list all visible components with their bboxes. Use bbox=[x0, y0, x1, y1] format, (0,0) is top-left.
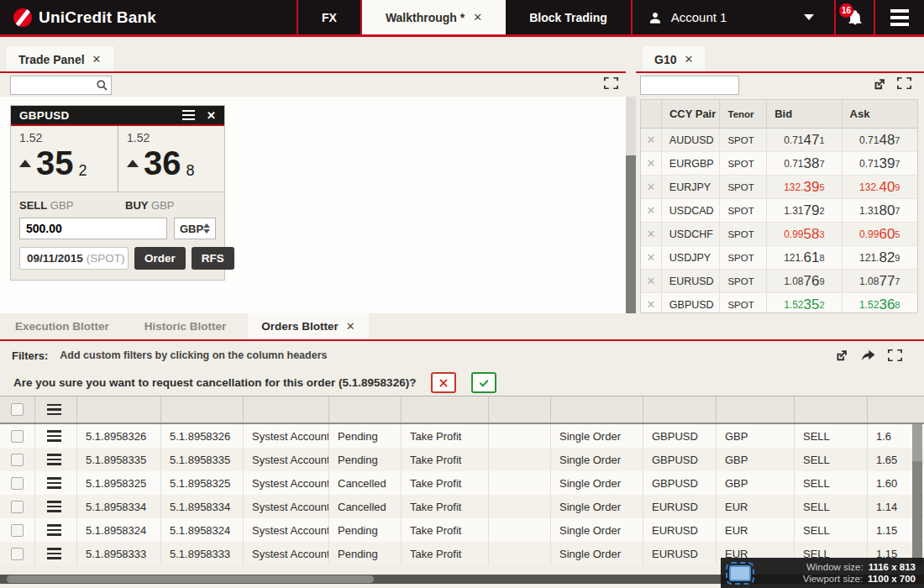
row-select-cell[interactable] bbox=[0, 518, 35, 542]
orders-column-header[interactable] bbox=[161, 396, 244, 423]
row-menu-icon[interactable] bbox=[47, 454, 61, 465]
bid-cell[interactable]: 1.31792 bbox=[767, 199, 842, 222]
tab-trade-panel[interactable]: Trade Panel ✕ bbox=[7, 46, 113, 72]
tab-historic-blotter[interactable]: Historic Blotter bbox=[131, 313, 240, 339]
rates-search-input[interactable] bbox=[640, 76, 739, 95]
fullscreen-icon[interactable] bbox=[604, 77, 618, 89]
remove-pair-icon[interactable]: ✕ bbox=[641, 176, 662, 198]
ask-cell[interactable]: 0.71487 bbox=[843, 129, 917, 151]
popout-icon[interactable] bbox=[872, 77, 886, 92]
settlement-date-field[interactable]: 09/11/2015 (SPOT) bbox=[19, 247, 129, 270]
remove-pair-icon[interactable]: ✕ bbox=[641, 246, 662, 269]
ask-cell[interactable]: 121.829 bbox=[843, 246, 917, 269]
row-select-cell[interactable] bbox=[0, 424, 35, 448]
rates-row[interactable]: ✕GBPUSDSPOT1.523521.52368 bbox=[641, 293, 917, 313]
ask-cell[interactable]: 0.99605 bbox=[843, 223, 917, 245]
bid-cell[interactable]: 0.99583 bbox=[767, 223, 842, 245]
tab-fx[interactable]: FX bbox=[298, 0, 360, 34]
header-row-menu[interactable] bbox=[35, 396, 77, 423]
row-menu-icon[interactable] bbox=[47, 404, 61, 416]
widget-menu-icon[interactable] bbox=[182, 110, 195, 121]
row-menu-icon[interactable] bbox=[47, 501, 61, 512]
ask-cell[interactable]: 0.71397 bbox=[843, 152, 917, 175]
tab-block-trading[interactable]: Block Trading bbox=[506, 0, 631, 34]
buy-price-tile[interactable]: 1.52 36 8 bbox=[118, 126, 224, 192]
row-menu-cell[interactable] bbox=[35, 448, 77, 471]
stepper-icon[interactable] bbox=[203, 223, 210, 234]
main-menu-button[interactable] bbox=[875, 0, 924, 34]
bid-cell[interactable]: 132.395 bbox=[767, 176, 842, 198]
reject-cancellation-button[interactable] bbox=[431, 372, 456, 393]
header-ccy-pair[interactable]: CCY Pair bbox=[662, 100, 721, 128]
rates-row[interactable]: ✕EURJPYSPOT132.395132.409 bbox=[641, 176, 917, 199]
panel-vertical-scrollbar[interactable] bbox=[626, 97, 636, 313]
orders-column-header[interactable] bbox=[402, 396, 489, 423]
row-menu-cell[interactable] bbox=[35, 471, 77, 495]
close-icon[interactable]: ✕ bbox=[92, 53, 102, 66]
remove-pair-icon[interactable]: ✕ bbox=[641, 270, 662, 292]
close-icon[interactable]: ✕ bbox=[684, 53, 693, 66]
remove-pair-icon[interactable]: ✕ bbox=[641, 223, 662, 245]
ask-cell[interactable]: 1.52368 bbox=[843, 293, 917, 313]
rates-row[interactable]: ✕EURUSDSPOT1.087691.08777 bbox=[641, 270, 917, 293]
orders-column-header[interactable] bbox=[489, 396, 551, 423]
confirm-cancellation-button[interactable] bbox=[471, 372, 496, 393]
orders-column-header[interactable] bbox=[77, 396, 161, 423]
tab-execution-blotter[interactable]: Execution Blotter bbox=[2, 313, 123, 339]
orders-column-header[interactable] bbox=[329, 396, 402, 423]
order-row[interactable]: 5.1.89583345.1.8958334Systest Account 1C… bbox=[0, 495, 924, 518]
order-row[interactable]: 5.1.89583255.1.8958325Systest Account 1C… bbox=[0, 471, 924, 495]
remove-pair-icon[interactable]: ✕ bbox=[641, 129, 662, 151]
bid-cell[interactable]: 1.52352 bbox=[767, 293, 842, 313]
scrollbar-thumb[interactable] bbox=[912, 424, 922, 461]
rates-row[interactable]: ✕USDCHFSPOT0.995830.99605 bbox=[641, 223, 917, 246]
header-tenor[interactable]: Tenor bbox=[720, 100, 767, 128]
row-select-cell[interactable] bbox=[0, 542, 35, 565]
row-menu-icon[interactable] bbox=[47, 548, 61, 559]
popout-icon[interactable] bbox=[834, 349, 848, 363]
row-select-cell[interactable] bbox=[0, 495, 35, 518]
currency-select[interactable]: GBP bbox=[174, 218, 216, 239]
row-checkbox[interactable] bbox=[11, 430, 24, 443]
share-icon[interactable] bbox=[860, 349, 876, 362]
close-icon[interactable]: ✕ bbox=[346, 320, 355, 333]
rates-row[interactable]: ✕EURGBPSPOT0.713870.71397 bbox=[641, 152, 917, 176]
ask-cell[interactable]: 1.31807 bbox=[843, 199, 917, 222]
orders-column-header[interactable] bbox=[868, 396, 924, 423]
orders-column-header[interactable] bbox=[795, 396, 868, 423]
notifications-button[interactable]: 16 bbox=[836, 0, 874, 34]
tab-orders-blotter[interactable]: Orders Blotter ✕ bbox=[248, 313, 368, 339]
row-menu-icon[interactable] bbox=[47, 524, 61, 536]
rates-row[interactable]: ✕USDCADSPOT1.317921.31807 bbox=[641, 199, 917, 223]
ask-cell[interactable]: 132.409 bbox=[843, 176, 917, 198]
row-menu-cell[interactable] bbox=[35, 495, 77, 518]
order-row[interactable]: 5.1.89583265.1.8958326Systest Account 1P… bbox=[0, 424, 924, 448]
row-checkbox[interactable] bbox=[11, 548, 24, 560]
remove-pair-icon[interactable]: ✕ bbox=[641, 199, 662, 222]
orders-column-header[interactable] bbox=[643, 396, 717, 423]
rates-row[interactable]: ✕USDJPYSPOT121.618121.829 bbox=[641, 246, 917, 270]
row-checkbox[interactable] bbox=[11, 524, 24, 537]
scrollbar-thumb[interactable] bbox=[7, 575, 374, 583]
account-selector[interactable]: Account 1 bbox=[633, 0, 834, 34]
header-select-all[interactable] bbox=[0, 396, 35, 423]
orders-column-header[interactable] bbox=[244, 396, 329, 423]
remove-pair-icon[interactable]: ✕ bbox=[641, 293, 662, 313]
sell-price-tile[interactable]: 1.52 35 2 bbox=[11, 126, 118, 192]
close-icon[interactable]: ✕ bbox=[473, 11, 482, 24]
widget-close-icon[interactable]: ✕ bbox=[207, 109, 216, 122]
header-bid[interactable]: Bid bbox=[767, 100, 842, 128]
orders-vertical-scrollbar[interactable] bbox=[912, 424, 922, 565]
rates-row[interactable]: ✕AUDUSDSPOT0.714710.71487 bbox=[641, 129, 917, 152]
row-checkbox[interactable] bbox=[11, 477, 24, 490]
order-row[interactable]: 5.1.89583245.1.8958324Systest Account 1P… bbox=[0, 518, 924, 542]
order-row[interactable]: 5.1.89583355.1.8958335Systest Account 1P… bbox=[0, 448, 924, 471]
row-checkbox[interactable] bbox=[11, 454, 24, 466]
tab-walkthrough[interactable]: Walkthrough * ✕ bbox=[362, 0, 506, 34]
orders-column-header[interactable] bbox=[551, 396, 643, 423]
fullscreen-icon[interactable] bbox=[897, 77, 911, 89]
rfs-button[interactable]: RFS bbox=[192, 247, 234, 270]
select-all-checkbox[interactable] bbox=[11, 403, 24, 416]
row-menu-cell[interactable] bbox=[35, 542, 77, 565]
remove-pair-icon[interactable]: ✕ bbox=[641, 152, 662, 175]
